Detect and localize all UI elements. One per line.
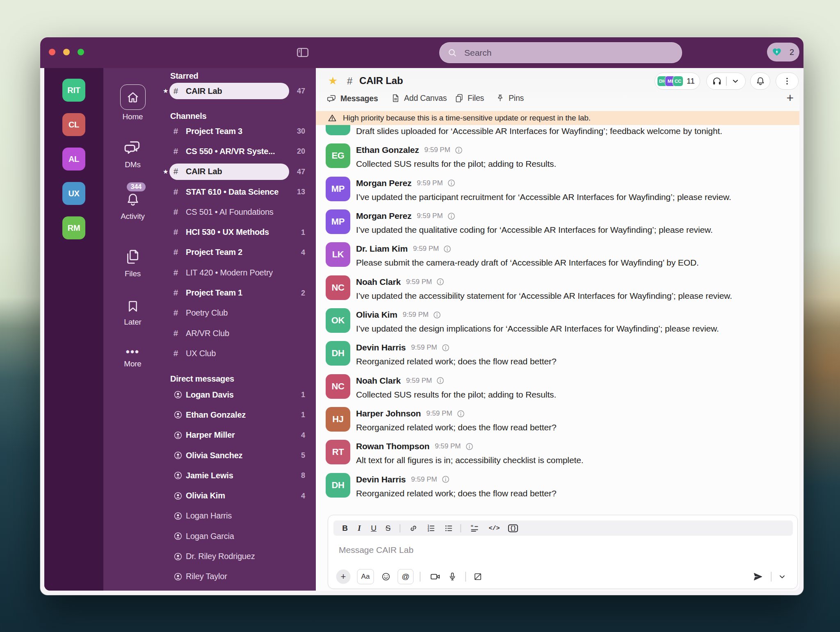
sidebar-item-more[interactable]: ••• More (103, 348, 162, 368)
message[interactable]: MP Morgan Perez 9:59 PM I’ve updated (316, 176, 799, 209)
text-format-button[interactable]: Aa (357, 569, 374, 584)
message-timestamp[interactable]: 9:59 PM (411, 343, 437, 352)
channel-item[interactable]: ★ # Project Team 3 30 (162, 122, 316, 140)
channel-item[interactable]: ★ # CAIR Lab 47 (162, 163, 316, 181)
info-icon[interactable] (466, 443, 473, 450)
channel-item[interactable]: ★ # STAT 610 • Data Science 13 (162, 183, 316, 201)
microphone-icon[interactable] (447, 572, 457, 582)
search-input[interactable] (463, 48, 682, 58)
dm-item[interactable]: Riley Taylor (162, 568, 316, 586)
workspace-switcher-button[interactable]: AL (62, 148, 85, 171)
sidebar-toggle-icon[interactable] (294, 43, 312, 61)
channel-item[interactable]: ★ # HCI 530 • UX Methods 1 (162, 223, 316, 241)
attach-plus-button[interactable]: + (336, 569, 351, 584)
channel-title[interactable]: CAIR Lab (359, 75, 403, 86)
channel-item[interactable]: ★ # UX Club (162, 344, 316, 362)
message-timestamp[interactable]: 9:59 PM (435, 442, 461, 450)
tab-pins[interactable]: Pins (495, 93, 524, 103)
emoji-icon[interactable] (381, 572, 391, 582)
message[interactable]: MP Morgan Perez 9:59 PM I’ve updated (316, 209, 799, 241)
sidebar-item-later[interactable]: Later (103, 299, 162, 327)
workspace-switcher-button[interactable]: RIT (62, 79, 85, 102)
message-timestamp[interactable]: 9:59 PM (425, 146, 450, 154)
info-icon[interactable] (433, 311, 441, 319)
message[interactable]: RT Rowan Thompson 9:59 PM Alt text fo (316, 439, 799, 472)
slash-commands-icon[interactable] (473, 572, 483, 582)
code-block-icon[interactable]: {} (508, 524, 518, 532)
workspace-switcher-button[interactable]: CL (62, 113, 85, 136)
channel-item[interactable]: ★ # LIT 420 • Modern Poetry (162, 264, 316, 282)
code-icon[interactable]: </> (488, 525, 500, 532)
message-input[interactable] (338, 545, 709, 555)
dm-item[interactable]: Olivia Sanchez 5 (162, 446, 316, 464)
mention-button[interactable]: @ (397, 569, 413, 584)
send-icon[interactable] (753, 571, 763, 582)
channel-star-icon[interactable]: ★ (328, 75, 338, 87)
message-timestamp[interactable]: 9:59 PM (417, 212, 443, 220)
message-timestamp[interactable]: 9:59 PM (417, 179, 443, 187)
sidebar-item-files[interactable]: Files (103, 249, 162, 278)
italic-icon[interactable]: I (358, 524, 361, 533)
message-author[interactable]: Olivia Kim (356, 310, 397, 320)
message-timestamp[interactable]: 9:59 PM (426, 409, 452, 418)
message-author[interactable]: Noah Clark (356, 277, 401, 287)
send-options-chevron-icon[interactable] (777, 572, 787, 582)
message[interactable]: HJ Harper Johnson 9:59 PM Reorganized (316, 406, 799, 439)
dm-item[interactable]: Harper Miller 4 (162, 426, 316, 444)
blockquote-icon[interactable]: “ (470, 523, 479, 533)
underline-icon[interactable]: U (371, 524, 377, 533)
close-window-button[interactable] (49, 49, 55, 55)
message-author[interactable]: Noah Clark (356, 376, 401, 386)
message-timestamp[interactable]: 9:59 PM (406, 377, 432, 385)
notifications-button[interactable] (750, 73, 770, 90)
message[interactable]: DH Devin Harris 9:59 PM Reorganized r (316, 340, 799, 373)
message-timestamp[interactable]: 9:59 PM (413, 245, 439, 253)
info-icon[interactable] (447, 179, 455, 187)
info-icon[interactable] (457, 410, 465, 418)
message-author[interactable]: Harper Johnson (356, 409, 421, 418)
sidebar-item-home[interactable]: Home (103, 84, 162, 121)
info-icon[interactable] (436, 278, 444, 286)
workspace-switcher-button[interactable]: UX (62, 182, 85, 205)
message[interactable]: DH Devin Harris 9:59 PM Reorganized r (316, 472, 799, 505)
dm-item[interactable]: Ethan Gonzalez 1 (162, 406, 316, 424)
dm-item[interactable]: Logan Davis 1 (162, 386, 316, 404)
video-camera-icon[interactable] (430, 571, 441, 582)
channel-item[interactable]: ★ # Project Team 1 2 (162, 284, 316, 302)
message[interactable]: OK Olivia Kim 9:59 PM I’ve updated th (316, 307, 799, 340)
search-bar[interactable] (439, 42, 682, 63)
message[interactable]: EG Ethan Gonzalez 9:59 PM Collected S (316, 143, 799, 175)
message[interactable]: NC Noah Clark 9:59 PM Collected SUS r (316, 373, 799, 406)
channel-item[interactable]: ★ # CS 550 • AR/VR Syste... 20 (162, 142, 316, 160)
info-icon[interactable] (443, 245, 451, 253)
link-icon[interactable] (409, 523, 418, 533)
bold-icon[interactable]: B (342, 524, 348, 533)
ordered-list-icon[interactable]: 1 2 3 (427, 523, 436, 533)
dm-item[interactable]: Dr. Riley Rodriguez (162, 547, 316, 565)
message-timestamp[interactable]: 9:59 PM (411, 475, 437, 484)
add-tab-button[interactable]: + (786, 91, 794, 105)
dm-item[interactable]: Olivia Kim 4 (162, 487, 316, 505)
status-pill[interactable]: 2 (767, 43, 799, 61)
dm-item[interactable]: Logan Garcia (162, 527, 316, 545)
info-icon[interactable] (447, 212, 455, 220)
message-author[interactable]: Devin Harris (356, 475, 406, 484)
bullet-list-icon[interactable] (444, 523, 454, 533)
starred-channel-item[interactable]: ★ # CAIR Lab 47 (162, 82, 316, 100)
more-options-button[interactable] (776, 73, 799, 90)
minimize-window-button[interactable] (63, 49, 70, 55)
tab-files[interactable]: Files (454, 93, 484, 103)
sidebar-item-dms[interactable]: DMs (103, 138, 162, 169)
workspace-switcher-button[interactable]: RM (62, 216, 85, 239)
huddle-button[interactable] (706, 73, 746, 90)
channel-item[interactable]: ★ # Project Team 2 4 (162, 243, 316, 261)
message[interactable]: LK Dr. Liam Kim 9:59 PM Please submit (316, 241, 799, 274)
message[interactable]: NC Noah Clark 9:59 PM I’ve updated th (316, 275, 799, 307)
channel-item[interactable]: ★ # CS 501 • AI Foundations (162, 203, 316, 221)
info-icon[interactable] (442, 344, 450, 352)
zoom-window-button[interactable] (78, 49, 84, 55)
tab-add-canvas[interactable]: Add Canvas (391, 93, 447, 103)
members-button[interactable]: DHMICC 11 (655, 73, 700, 90)
channel-item[interactable]: ★ # Poetry Club (162, 304, 316, 322)
message-author[interactable]: Rowan Thompson (356, 441, 429, 451)
